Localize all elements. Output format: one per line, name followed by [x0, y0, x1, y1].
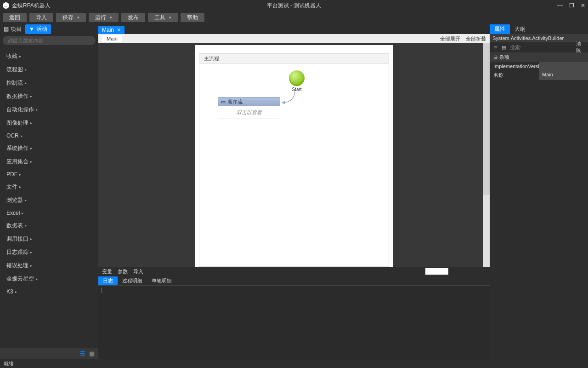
single-detail-tab[interactable]: 单笔明细	[147, 276, 176, 285]
category-item[interactable]: Excel▸	[0, 207, 98, 219]
expand-icon: ▸	[30, 250, 32, 254]
close-button[interactable]: ✕	[581, 2, 585, 9]
publish-button[interactable]: 发布	[121, 13, 145, 22]
start-node[interactable]: Start	[287, 69, 307, 92]
parameters-tab[interactable]: 参数	[118, 268, 128, 275]
category-item[interactable]: 应用集合▸	[0, 155, 98, 168]
category-item[interactable]: 自动化操作▸	[0, 103, 98, 116]
list-view-icon[interactable]: ☰	[80, 350, 85, 357]
category-label: 数据表	[6, 222, 23, 230]
expand-icon: ▸	[15, 290, 17, 294]
import-button[interactable]: 导入	[29, 13, 53, 22]
category-label: 浏览器	[6, 196, 23, 204]
category-label: 收藏	[6, 52, 17, 60]
category-item[interactable]: 错误处理▸	[0, 259, 98, 272]
sub-tab-main[interactable]: Main	[102, 35, 122, 42]
chevron-down-icon: ▾	[169, 15, 171, 20]
filter-icon: ▼	[29, 26, 34, 32]
category-item[interactable]: 收藏▸	[0, 50, 98, 63]
category-item[interactable]: 日志跟踪▸	[0, 246, 98, 259]
expand-icon: ▸	[19, 172, 21, 177]
imports-tab[interactable]: 导入	[133, 268, 143, 275]
property-search[interactable]	[510, 45, 573, 50]
property-key: 名称	[490, 70, 539, 80]
category-item[interactable]: 控制流▸	[0, 76, 98, 90]
project-tab[interactable]: ▤ 项目	[0, 24, 25, 34]
property-value[interactable]: Main	[539, 70, 588, 80]
category-label: K3	[6, 288, 13, 295]
main-flow-panel[interactable]: 主流程 Start ▭顺序流 双击以查看	[199, 53, 389, 267]
svg-marker-0	[282, 101, 285, 104]
outline-tab[interactable]: 大纲	[510, 24, 530, 34]
run-button[interactable]: 运行▾	[89, 13, 119, 22]
maximize-button[interactable]: ❐	[569, 2, 574, 9]
category-item[interactable]: 文件▸	[0, 180, 98, 194]
category-item[interactable]: 数据表▸	[0, 219, 98, 232]
category-item[interactable]: PDF▸	[0, 168, 98, 180]
property-type: System.Activities.ActivityBuilder	[490, 34, 588, 42]
collapse-all-button[interactable]: 全部折叠	[466, 35, 486, 42]
expand-all-button[interactable]: 全部展开	[440, 35, 460, 42]
category-label: PDF	[6, 171, 17, 178]
property-row[interactable]: ImplementationVersion	[490, 62, 588, 70]
expand-icon: ▸	[19, 54, 21, 58]
zoom-input[interactable]	[425, 268, 448, 275]
category-item[interactable]: 数据操作▸	[0, 90, 98, 103]
expand-icon: ▸	[36, 108, 38, 112]
category-item[interactable]: 浏览器▸	[0, 194, 98, 207]
main-toolbar: 返回 导入 保存▾ 运行▾ 发布 工具▾ 帮助	[0, 11, 588, 24]
expand-icon: ▸	[21, 134, 23, 138]
category-label: 自动化操作	[6, 106, 34, 114]
activity-search[interactable]	[3, 36, 96, 45]
canvas-scrollbar[interactable]	[483, 43, 490, 267]
status-bar: 就绪	[0, 359, 588, 368]
property-value[interactable]	[539, 62, 588, 70]
expand-icon: ▸	[30, 121, 32, 125]
process-detail-tab[interactable]: 过程明细	[118, 276, 147, 285]
grid-view-icon[interactable]: ▦	[89, 350, 95, 357]
category-item[interactable]: 调用接口▸	[0, 232, 98, 246]
activity-panel: ▤ 项目 ▼ 活动 收藏▸流程图▸控制流▸数据操作▸自动化操作▸图像处理▸OCR…	[0, 24, 98, 359]
categorize-icon[interactable]: ▤	[501, 44, 507, 51]
search-input[interactable]	[7, 38, 91, 43]
collapse-icon: ⊟	[493, 54, 498, 60]
category-label: 应用集合	[6, 158, 28, 166]
expand-icon: ▸	[30, 160, 32, 164]
category-label: 控制流	[6, 79, 23, 87]
category-label: 错误处理	[6, 262, 28, 270]
expand-icon: ▸	[30, 264, 32, 268]
properties-tab[interactable]: 属性	[490, 24, 510, 34]
category-label: OCR	[6, 132, 19, 139]
variables-tab[interactable]: 变量	[102, 268, 112, 275]
save-button[interactable]: 保存▾	[56, 13, 86, 22]
category-item[interactable]: 金蝶云星空▸	[0, 272, 98, 286]
sequence-node[interactable]: ▭顺序流 双击以查看	[218, 97, 280, 119]
category-item[interactable]: OCR▸	[0, 130, 98, 142]
property-row[interactable]: 名称Main	[490, 70, 588, 80]
log-tab[interactable]: 日志	[98, 276, 118, 285]
status-text: 就绪	[4, 360, 14, 367]
tools-button[interactable]: 工具▾	[148, 13, 178, 22]
property-group-misc[interactable]: ⊟ 杂项	[490, 52, 588, 62]
activity-tab[interactable]: ▼ 活动	[25, 24, 51, 34]
sort-icon[interactable]: ≣	[492, 44, 498, 51]
expand-icon: ▸	[30, 237, 32, 241]
doc-icon: ▤	[4, 26, 9, 32]
category-label: 文件	[6, 183, 17, 191]
minimize-button[interactable]: —	[557, 2, 563, 9]
category-item[interactable]: K3▸	[0, 286, 98, 298]
category-label: 调用接口	[6, 235, 28, 243]
expand-icon: ▸	[25, 68, 27, 72]
help-button[interactable]: 帮助	[181, 13, 204, 22]
log-output[interactable]: |	[98, 285, 490, 359]
category-item[interactable]: 流程图▸	[0, 63, 98, 76]
category-item[interactable]: 图像处理▸	[0, 116, 98, 130]
category-item[interactable]: 系统操作▸	[0, 142, 98, 155]
back-button[interactable]: 返回	[3, 13, 27, 22]
design-canvas[interactable]: 主流程 Start ▭顺序流 双击以查看	[195, 45, 393, 267]
expand-icon: ▸	[19, 185, 21, 189]
expand-icon: ▸	[25, 81, 27, 85]
properties-panel: 属性 大纲 System.Activities.ActivityBuilder …	[490, 24, 588, 359]
close-tab-icon[interactable]: ✕	[117, 27, 121, 33]
file-tab-main[interactable]: Main ✕	[98, 26, 124, 34]
